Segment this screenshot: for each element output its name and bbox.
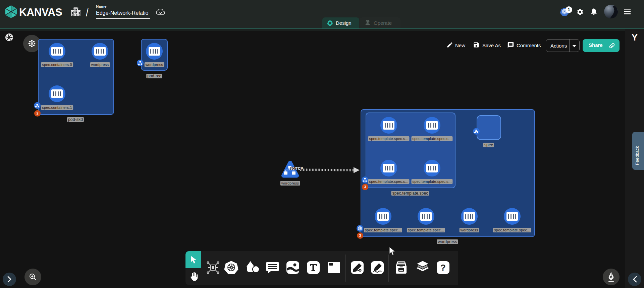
- svg-text:?: ?: [440, 263, 446, 273]
- svg-text:80/TCP: 80/TCP: [290, 166, 303, 170]
